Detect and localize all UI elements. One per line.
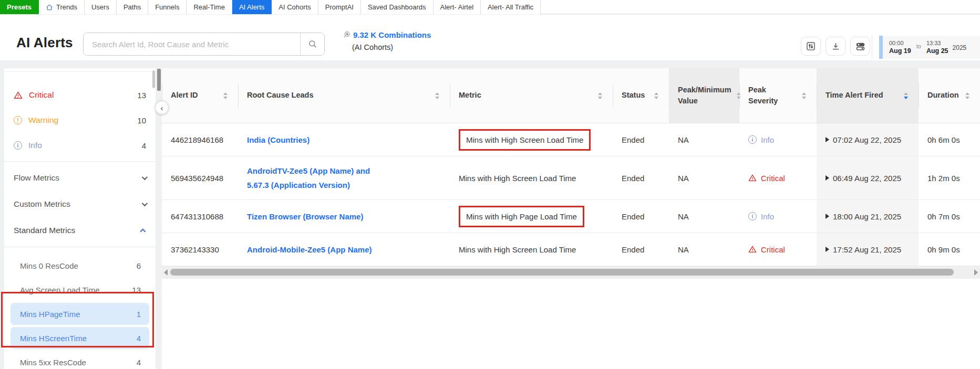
search-input[interactable] xyxy=(84,33,300,55)
nav-tab[interactable]: PromptAI xyxy=(318,0,361,14)
table-header-cell: Peak/Minimum Value xyxy=(669,68,739,123)
root-cause-link[interactable]: Tizen Browser (Browser Name) xyxy=(247,202,363,231)
severity-count: 4 xyxy=(142,141,146,150)
combinations-block: 9.32 K Combinations (AI Cohorts) xyxy=(343,30,431,51)
sidebar-divider xyxy=(4,161,156,162)
nav-tab-label: PromptAI xyxy=(325,3,354,11)
severity-filter[interactable]: ! i Critical 13 xyxy=(14,82,146,108)
severity-filter[interactable]: ! i Info 4 xyxy=(14,133,146,158)
toggles-button[interactable] xyxy=(850,37,870,56)
sort-icon[interactable] xyxy=(965,92,969,99)
cell-alert-id: 37362143330 xyxy=(162,233,238,266)
download-button[interactable] xyxy=(826,37,845,56)
table-header-cell: Time Alert Fired xyxy=(817,68,919,123)
time-fired-value: 06:49 Aug 22, 2025 xyxy=(833,174,901,183)
cell-metric: Mins with High Screen Load Time xyxy=(450,156,613,199)
cell-peak-value: NA xyxy=(669,156,739,199)
scroll-right-arrow[interactable] xyxy=(974,269,978,276)
root-cause-link[interactable]: India (Countries) xyxy=(247,125,310,154)
severity-count: 13 xyxy=(137,91,146,100)
column-label: Time Alert Fired xyxy=(826,90,883,101)
metric-group[interactable]: Flow Metrics xyxy=(14,165,146,191)
sort-icon[interactable] xyxy=(598,92,602,99)
peak-value: NA xyxy=(678,135,689,144)
combinations-count: 9.32 K Combinations xyxy=(353,30,431,39)
metric-filter[interactable]: Mins 0 ResCode 6 xyxy=(11,255,149,277)
severity-value: Critical xyxy=(761,245,785,254)
root-cause-link[interactable]: Android-Mobile-Zee5 (App Name) xyxy=(247,235,372,264)
chevron-icon xyxy=(140,228,146,234)
filters-sidebar: ! i Critical 13 ! i Warning 10 ! i Info xyxy=(4,68,156,369)
column-label: Status xyxy=(622,90,645,101)
column-label: Alert ID xyxy=(171,90,198,101)
expand-row-icon[interactable] xyxy=(826,175,829,181)
cell-alert-id: 446218946168 xyxy=(162,123,238,156)
peak-value: NA xyxy=(678,245,689,254)
nav-tab-label: AI Alerts xyxy=(239,3,264,11)
cell-duration: 1h 2m 0s xyxy=(919,156,980,199)
expand-row-icon[interactable] xyxy=(826,214,829,219)
metric-value: Mins with High Screen Load Time xyxy=(459,245,576,254)
nav-tab[interactable]: Real-Time xyxy=(187,0,232,14)
sidebar-scrollbar-thumb[interactable] xyxy=(152,70,155,88)
metric-group[interactable]: Custom Metrics xyxy=(14,191,146,217)
cell-peak-value: NA xyxy=(669,233,739,266)
cell-peak-value: NA xyxy=(669,200,739,233)
warning-circle-icon: ! xyxy=(14,116,22,124)
metric-filter[interactable]: Mins HScreenTime 4 xyxy=(11,327,149,349)
nav-tab[interactable]: Trends xyxy=(39,0,85,14)
metric-group[interactable]: Standard Metrics xyxy=(14,217,146,244)
metric-filter[interactable]: Avg Screen Load Time 13 xyxy=(11,279,149,301)
severity-filter[interactable]: ! i Warning 10 xyxy=(14,108,146,133)
date-range-picker[interactable]: 00:00 Aug 19 to 13:33 Aug 25 2025 xyxy=(879,36,980,59)
nav-tab[interactable]: Paths xyxy=(117,0,148,14)
root-cause-link[interactable]: AndroidTV-Zee5 (App Name) and 5.67.3 (Ap… xyxy=(247,156,376,199)
cell-peak-severity: i Critical xyxy=(739,156,817,199)
column-settings-button[interactable] xyxy=(801,37,821,56)
nav-tab-label: Alert- All Traffic xyxy=(488,3,533,11)
cell-peak-severity: i Info xyxy=(739,200,817,233)
alert-id-value: 446218946168 xyxy=(171,135,223,144)
nav-tab-label: Trends xyxy=(56,3,77,11)
nav-tab[interactable]: Saved Dashboards xyxy=(361,0,434,14)
sort-icon[interactable] xyxy=(654,92,658,99)
severity-badge: i Critical xyxy=(748,174,785,183)
scroll-left-arrow[interactable] xyxy=(164,269,168,276)
sort-icon[interactable] xyxy=(904,92,908,99)
table-header-row: Alert ID Root Cause Leads Metric Status … xyxy=(162,68,980,123)
cell-duration: 0h 9m 0s xyxy=(919,233,980,266)
critical-triangle-icon xyxy=(14,91,23,100)
nav-tab[interactable]: Funnels xyxy=(148,0,187,14)
sidebar-divider-2 xyxy=(4,247,156,247)
metric-filter-count: 4 xyxy=(137,334,141,343)
end-time: 13:33 xyxy=(926,40,948,46)
table-row: 446218946168 India (Countries) Mins with… xyxy=(162,123,980,156)
cell-duration: 0h 6m 0s xyxy=(919,123,980,156)
combinations-link[interactable]: 9.32 K Combinations xyxy=(343,30,431,39)
nav-tab[interactable]: Presets xyxy=(0,0,39,14)
sort-icon[interactable] xyxy=(802,92,806,99)
nav-tab-label: AI Cohorts xyxy=(278,3,311,11)
horizontal-scrollbar[interactable] xyxy=(162,266,980,279)
nav-tab[interactable]: Users xyxy=(85,0,117,14)
nav-tab-label: Saved Dashboards xyxy=(368,3,426,11)
nav-tab[interactable]: Alert- Airtel xyxy=(434,0,481,14)
horizontal-scrollbar-thumb[interactable] xyxy=(170,269,954,276)
cell-alert-id: 569435624948 xyxy=(162,156,238,199)
nav-tab[interactable]: Alert- All Traffic xyxy=(481,0,541,14)
main-scrollbar-thumb[interactable] xyxy=(157,69,161,91)
sort-icon[interactable] xyxy=(223,92,228,99)
nav-tab[interactable]: AI Cohorts xyxy=(272,0,318,14)
collapse-sidebar-button[interactable]: ‹ xyxy=(155,101,169,114)
top-nav: Presets Trends Users Paths xyxy=(0,0,980,14)
nav-tab[interactable]: AI Alerts xyxy=(232,0,272,14)
nav-tab-label: Users xyxy=(91,3,109,11)
sort-icon[interactable] xyxy=(435,92,439,99)
duration-value: 0h 9m 0s xyxy=(927,245,960,254)
search-button[interactable] xyxy=(300,33,324,55)
duration-value: 0h 7m 0s xyxy=(927,212,960,221)
expand-row-icon[interactable] xyxy=(826,247,829,252)
expand-row-icon[interactable] xyxy=(826,137,829,142)
metric-filter[interactable]: Mins 5xx ResCode 4 xyxy=(11,351,149,369)
metric-filter[interactable]: Mins HPageTime 1 xyxy=(11,303,149,325)
